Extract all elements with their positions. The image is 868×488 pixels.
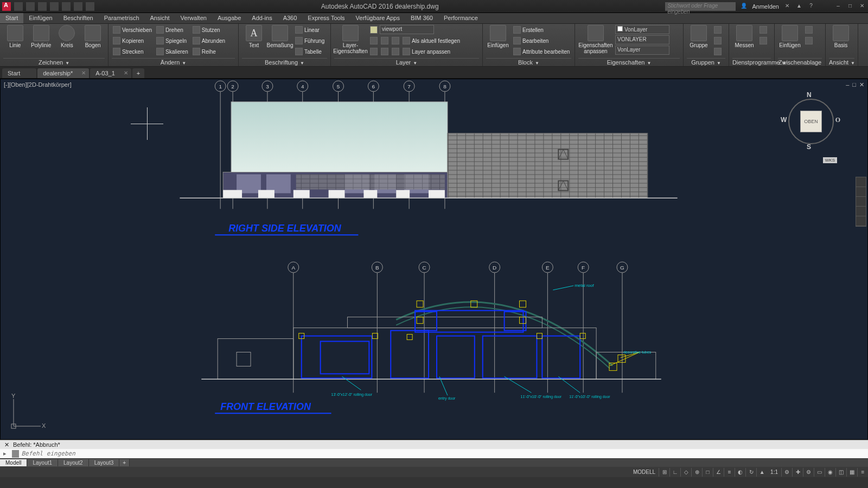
fillet-button[interactable]: Abrunden <box>192 36 226 46</box>
line-button[interactable]: Linie <box>3 25 27 48</box>
tab-a360[interactable]: A360 <box>278 13 303 23</box>
paste-button[interactable]: Einfügen <box>778 25 802 48</box>
edit-attr-button[interactable]: Attribute bearbeiten <box>512 47 571 56</box>
util1-button[interactable] <box>758 25 768 35</box>
layer-freeze-button[interactable] <box>380 36 390 46</box>
arc-button[interactable]: Bogen <box>81 25 105 48</box>
layer-match-button[interactable]: Layer anpassen <box>401 47 451 56</box>
cmd-close-icon[interactable]: ✕ <box>3 441 10 448</box>
qat-plot-icon[interactable] <box>62 2 71 11</box>
filetab-dealership[interactable]: dealership*✕ <box>37 68 89 78</box>
polar-toggle-icon[interactable]: ⊕ <box>691 468 702 477</box>
panel-modify-label[interactable]: Ändern <box>161 59 180 66</box>
annovis-icon[interactable]: ✚ <box>792 468 803 477</box>
qat-undo-icon[interactable] <box>74 2 82 11</box>
rotate-button[interactable]: Drehen <box>155 25 189 35</box>
circle-button[interactable]: Kreis <box>55 25 79 48</box>
panel-view-label[interactable]: Ansicht <box>829 59 848 66</box>
cycling-toggle-icon[interactable]: ↻ <box>745 468 756 477</box>
transparency-toggle-icon[interactable]: ◐ <box>735 468 745 477</box>
panel-layers-label[interactable]: Layer <box>396 59 411 66</box>
leader-button[interactable]: Führung <box>294 36 326 46</box>
layer-on-button[interactable] <box>369 47 379 56</box>
dimension-button[interactable]: Bemaßung <box>268 25 292 48</box>
tab-verwalten[interactable]: Verwalten <box>175 13 212 23</box>
measure-button[interactable]: Messen <box>732 25 756 48</box>
hardware-icon[interactable]: ◉ <box>825 468 835 477</box>
ortho-toggle-icon[interactable]: ◇ <box>680 468 691 477</box>
panel-block-label[interactable]: Block <box>518 59 533 66</box>
panel-utils-label[interactable]: Dienstprogramme <box>732 59 780 66</box>
layer-unlock-button[interactable] <box>391 47 400 56</box>
maximize-button[interactable]: □ <box>846 3 854 10</box>
minimize-button[interactable]: – <box>834 3 842 10</box>
status-model[interactable]: MODELL <box>630 469 659 475</box>
isolate-icon[interactable]: ◫ <box>835 468 846 477</box>
cut-button[interactable] <box>804 25 814 35</box>
tab-bim360[interactable]: BIM 360 <box>405 13 438 23</box>
tab-parametrisch[interactable]: Parametrisch <box>99 13 145 23</box>
tab-express[interactable]: Express Tools <box>302 13 350 23</box>
layout-2[interactable]: Layout2 <box>58 459 89 466</box>
osnap-toggle-icon[interactable]: □ <box>702 468 713 477</box>
linear-button[interactable]: Linear <box>294 25 326 35</box>
layout-1[interactable]: Layout1 <box>27 459 58 466</box>
layout-add-button[interactable]: + <box>119 459 130 466</box>
qat-saveas-icon[interactable] <box>50 2 59 11</box>
signin-icon[interactable]: 👤 <box>740 3 748 10</box>
clean-icon[interactable]: ▦ <box>846 468 857 477</box>
base-view-button[interactable]: Basis <box>829 25 853 48</box>
array-button[interactable]: Reihe <box>192 47 226 56</box>
linetype-dropdown[interactable]: VonLayer <box>615 46 669 55</box>
qat-new-icon[interactable] <box>14 2 23 11</box>
copy2-button[interactable] <box>804 36 814 46</box>
layer-off-button[interactable] <box>369 25 379 35</box>
group-button[interactable]: Gruppe <box>687 25 711 48</box>
layer-dropdown[interactable]: viewport <box>380 25 434 34</box>
scale-button[interactable]: Skalieren <box>155 47 189 56</box>
monitor-icon[interactable]: ▭ <box>814 468 825 477</box>
panel-draw-label[interactable]: Zeichnen <box>39 59 63 66</box>
layout-model[interactable]: Modell <box>0 459 27 466</box>
qat-open-icon[interactable] <box>26 2 35 11</box>
tab-apps[interactable]: Verfügbare Apps <box>350 13 405 23</box>
otrack-toggle-icon[interactable]: ∠ <box>713 468 724 477</box>
drawing-viewport[interactable]: [-][Oben][2D-Drahtkörper] – □ ✕ NSWO OBE… <box>0 79 868 440</box>
create-block-button[interactable]: Erstellen <box>512 25 571 35</box>
cmd-expand-icon[interactable]: ▸ <box>3 450 10 457</box>
filetab-a03[interactable]: A-03_1✕ <box>90 68 131 78</box>
mirror-button[interactable]: Spiegeln <box>155 36 189 46</box>
panel-groups-label[interactable]: Gruppen <box>691 59 714 66</box>
match-props-button[interactable]: Eigenschaften anpassen <box>578 25 613 54</box>
layout-3[interactable]: Layout3 <box>89 459 120 466</box>
snap-toggle-icon[interactable]: ∟ <box>669 468 680 477</box>
ungroup-button[interactable] <box>713 25 723 35</box>
app-logo[interactable] <box>2 2 11 11</box>
help-search-input[interactable]: Stichwort oder Frage eingeben <box>665 2 736 11</box>
tab-ausgabe[interactable]: Ausgabe <box>212 13 246 23</box>
filetab-add-button[interactable]: + <box>132 68 144 78</box>
tab-start[interactable]: Start <box>0 13 23 23</box>
color-dropdown[interactable]: VonLayer <box>615 25 669 34</box>
layer-properties-button[interactable]: Layer- Eigenschaften <box>334 25 367 54</box>
tab-beschriften[interactable]: Beschriften <box>58 13 99 23</box>
qat-save-icon[interactable] <box>38 2 47 11</box>
filetab-start[interactable]: Start <box>2 68 36 78</box>
lineweight-toggle-icon[interactable]: ≡ <box>724 468 735 477</box>
copy-button[interactable]: Kopieren <box>112 36 153 46</box>
gear-icon[interactable]: ⚙ <box>781 468 792 477</box>
help-icon[interactable]: ? <box>807 3 815 10</box>
lineweight-dropdown[interactable]: VONLAYER <box>615 35 669 44</box>
layer-lock-button[interactable] <box>391 36 400 46</box>
signin-label[interactable]: Anmelden <box>752 3 779 10</box>
layer-iso-button[interactable] <box>369 36 379 46</box>
close-tab-icon[interactable]: ✕ <box>81 70 86 76</box>
util2-button[interactable] <box>758 36 768 46</box>
grid-toggle-icon[interactable]: ⊞ <box>659 468 669 477</box>
customize-icon[interactable]: ≡ <box>857 468 868 477</box>
layer-makecurrent-button[interactable]: Als aktuell festlegen <box>401 36 461 46</box>
group3-button[interactable] <box>713 47 723 56</box>
stretch-button[interactable]: Strecken <box>112 47 153 56</box>
annoscale-icon[interactable]: ▲ <box>756 468 767 477</box>
move-button[interactable]: Verschieben <box>112 25 153 35</box>
